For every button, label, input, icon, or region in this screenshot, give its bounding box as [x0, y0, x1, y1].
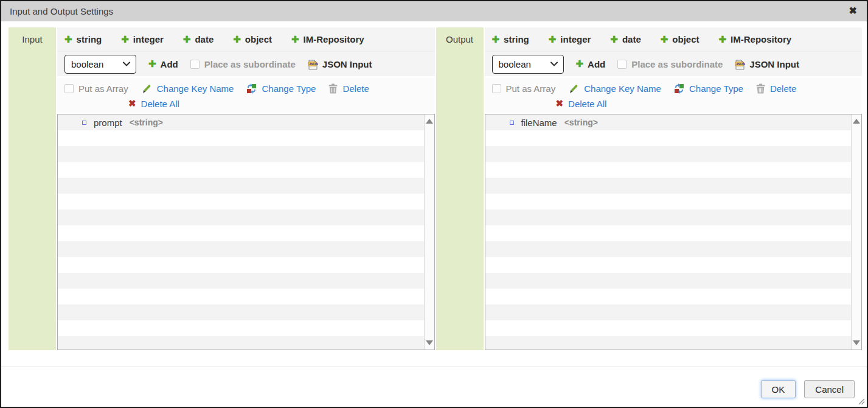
add-im-repository-button[interactable]: ✚ IM-Repository — [291, 34, 364, 45]
delete-link[interactable]: Delete — [328, 83, 369, 94]
input-list-scrollbar[interactable] — [424, 114, 434, 350]
plus-icon: ✚ — [64, 34, 72, 45]
list-item[interactable]: prompt <string> — [58, 114, 434, 130]
plus-icon: ✚ — [121, 34, 129, 45]
scroll-down-icon[interactable] — [853, 340, 860, 345]
add-integer-button[interactable]: ✚ integer — [121, 34, 164, 45]
dialog-title: Input and Output Settings — [10, 6, 849, 16]
plus-icon: ✚ — [576, 58, 584, 69]
panels-container: Input ✚ string ✚ integer — [9, 27, 862, 350]
input-panel-label: Input — [9, 27, 56, 350]
red-x-icon: ✖ — [556, 98, 564, 109]
chevron-down-icon — [550, 62, 558, 66]
add-object-button[interactable]: ✚ object — [661, 34, 700, 45]
json-input-button[interactable]: JSON JSON Input — [308, 58, 372, 70]
input-actions: Put as Array Change Key Name — [57, 78, 435, 113]
add-string-button[interactable]: ✚ string — [492, 34, 529, 45]
output-panel-label: Output — [436, 27, 484, 350]
plus-icon: ✚ — [719, 34, 727, 45]
change-type-icon — [246, 83, 257, 94]
pencil-icon — [141, 83, 152, 94]
plus-icon: ✚ — [233, 34, 241, 45]
node-square-icon — [82, 121, 86, 125]
add-button[interactable]: ✚ Add — [148, 58, 178, 69]
add-integer-button[interactable]: ✚ integer — [549, 34, 591, 45]
add-date-button[interactable]: ✚ date — [183, 34, 214, 45]
chevron-down-icon — [123, 62, 130, 66]
plus-icon: ✚ — [661, 34, 668, 45]
add-date-button[interactable]: ✚ date — [610, 34, 641, 45]
dialog-footer: OK Cancel — [1, 367, 867, 398]
add-button[interactable]: ✚ Add — [576, 58, 606, 69]
plus-icon: ✚ — [291, 34, 299, 45]
input-output-settings-dialog: Input and Output Settings ✖ Input ✚ stri… — [0, 0, 868, 408]
trash-icon — [756, 83, 765, 94]
change-type-icon — [674, 83, 684, 94]
change-key-name-link[interactable]: Change Key Name — [141, 83, 234, 94]
plus-icon: ✚ — [549, 34, 557, 45]
list-item[interactable]: fileName <string> — [485, 114, 862, 130]
change-type-link[interactable]: Change Type — [246, 83, 316, 94]
json-input-button[interactable]: JSON JSON Input — [735, 58, 799, 70]
input-toolbar: ✚ string ✚ integer ✚ date — [57, 27, 435, 76]
json-file-icon: JSON — [308, 58, 318, 70]
title-bar: Input and Output Settings ✖ — [1, 1, 867, 21]
checkbox — [617, 60, 627, 69]
delete-all-link[interactable]: ✖ Delete All — [128, 98, 179, 109]
resize-handle[interactable] — [858, 398, 865, 405]
input-panel: Input ✚ string ✚ integer — [9, 27, 435, 350]
type-select[interactable]: boolean — [64, 55, 136, 74]
add-im-repository-button[interactable]: ✚ IM-Repository — [719, 34, 792, 45]
json-file-icon: JSON — [735, 58, 745, 70]
checkbox — [190, 60, 200, 69]
svg-text:JSON: JSON — [736, 62, 745, 66]
plus-icon: ✚ — [148, 58, 156, 69]
delete-link[interactable]: Delete — [756, 83, 796, 94]
put-as-array-checkbox[interactable]: Put as Array — [492, 83, 556, 94]
scroll-up-icon[interactable] — [853, 119, 860, 124]
trash-icon — [328, 83, 338, 94]
change-type-link[interactable]: Change Type — [674, 83, 743, 94]
plus-icon: ✚ — [492, 34, 500, 45]
svg-text:JSON: JSON — [309, 62, 318, 66]
cancel-button[interactable]: Cancel — [804, 380, 855, 398]
node-square-icon — [510, 121, 514, 125]
add-string-button[interactable]: ✚ string — [64, 34, 102, 45]
put-as-array-checkbox[interactable]: Put as Array — [64, 83, 128, 94]
scroll-up-icon[interactable] — [426, 119, 433, 124]
place-as-subordinate-checkbox[interactable]: Place as subordinate — [190, 59, 296, 69]
output-panel: Output ✚ string ✚ integer — [436, 27, 863, 350]
plus-icon: ✚ — [610, 34, 618, 45]
place-as-subordinate-checkbox[interactable]: Place as subordinate — [617, 59, 723, 69]
checkbox — [64, 84, 74, 93]
output-list-scrollbar[interactable] — [851, 114, 861, 350]
plus-icon: ✚ — [183, 34, 191, 45]
output-toolbar: ✚ string ✚ integer ✚ date — [485, 27, 863, 76]
pencil-icon — [568, 83, 579, 94]
change-key-name-link[interactable]: Change Key Name — [568, 83, 661, 94]
checkbox — [492, 84, 501, 93]
close-icon[interactable]: ✖ — [849, 6, 857, 16]
type-select[interactable]: boolean — [492, 55, 564, 74]
input-type-list: prompt <string> — [57, 114, 435, 350]
output-actions: Put as Array Change Key Name — [485, 78, 863, 113]
output-type-list: fileName <string> — [485, 114, 863, 350]
red-x-icon: ✖ — [128, 98, 136, 109]
add-object-button[interactable]: ✚ object — [233, 34, 272, 45]
dialog-content: Input ✚ string ✚ integer — [1, 21, 867, 398]
ok-button[interactable]: OK — [761, 380, 796, 398]
delete-all-link[interactable]: ✖ Delete All — [556, 98, 607, 109]
scroll-down-icon[interactable] — [426, 340, 433, 345]
